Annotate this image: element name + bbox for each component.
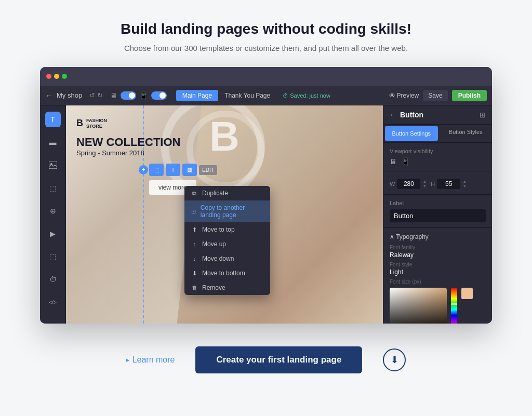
sidebar-image-tool[interactable]: [45, 157, 61, 173]
context-move-top[interactable]: ⬆ Move to top: [184, 222, 270, 237]
sidebar-section-tool[interactable]: ▬: [45, 135, 61, 150]
width-value[interactable]: 280: [397, 179, 420, 189]
canvas-big-letter: B: [209, 116, 240, 157]
save-button[interactable]: Save: [423, 90, 447, 101]
tab-button-styles[interactable]: Button Styles: [440, 125, 493, 142]
width-arrows[interactable]: ▲ ▼: [422, 180, 427, 189]
width-down-arrow[interactable]: ▼: [422, 184, 427, 189]
viewport-label: Viewport visibility: [390, 148, 486, 154]
height-up-arrow[interactable]: ▲: [462, 180, 467, 184]
height-group: H 55 ▲ ▼: [431, 179, 467, 189]
label-section-title: Label: [390, 200, 486, 206]
context-duplicate[interactable]: ⧉ Duplicate: [184, 186, 270, 200]
dimensions-section: W 280 ▲ ▼ H 55 ▲ ▼: [383, 171, 492, 195]
subline: Spring - Summer 2018: [76, 149, 180, 157]
right-panel: ← Button ⊞ Button Settings Button Styles…: [383, 105, 492, 324]
sidebar-media-tool[interactable]: ▶: [45, 226, 61, 241]
shop-name: My shop: [57, 91, 82, 99]
sidebar-text-tool[interactable]: T: [45, 112, 61, 127]
brand-line1: FASHION: [86, 118, 107, 124]
copy-label: Copy to another landing page: [201, 204, 264, 219]
desktop-toggle[interactable]: [121, 91, 136, 100]
height-value[interactable]: 55: [437, 179, 460, 189]
font-style-value[interactable]: Light: [390, 269, 486, 276]
download-button[interactable]: ⬇: [383, 348, 406, 371]
move-bottom-icon: ⬇: [191, 270, 198, 277]
panel-grid-button[interactable]: ⊞: [480, 111, 486, 119]
move-bottom-label: Move to bottom: [202, 270, 245, 277]
undo-redo[interactable]: ↺ ↻: [89, 91, 103, 99]
move-down-icon: ↓: [191, 256, 198, 262]
height-label: H: [431, 181, 435, 187]
panel-back-button[interactable]: ←: [390, 111, 396, 118]
device-toggles: 🖥 📱: [110, 91, 167, 100]
preview-button[interactable]: 👁 Preview: [389, 92, 419, 99]
desktop-icon[interactable]: 🖥: [110, 91, 117, 100]
canvas-background: B + B FASHION STORE NEW COLLECTION Sprin: [66, 105, 383, 324]
canvas-edit-bar: ⬚ T 🖼 EDIT: [149, 164, 217, 176]
publish-button[interactable]: Publish: [452, 90, 487, 101]
edit-tool-1[interactable]: ⬚: [149, 164, 164, 176]
canvas-add-indicator[interactable]: +: [139, 165, 148, 175]
context-move-bottom[interactable]: ⬇ Move to bottom: [184, 266, 270, 280]
context-copy-landing[interactable]: ⊡ Copy to another landing page: [184, 200, 270, 222]
remove-icon: 🗑: [191, 285, 198, 291]
height-arrows[interactable]: ▲ ▼: [462, 180, 467, 189]
sidebar-widget-tool[interactable]: ⊕: [45, 203, 61, 219]
sidebar-layout-tool[interactable]: ⬚: [45, 180, 61, 196]
typography-title: ∧ Typography: [390, 233, 429, 240]
mobile-toggle[interactable]: [151, 91, 167, 100]
download-icon: ⬇: [391, 354, 398, 366]
tab-thank-you-page[interactable]: Thank You Page: [218, 90, 276, 101]
learn-more-link[interactable]: ▸ Learn more: [126, 355, 175, 365]
brand-line2: STORE: [86, 124, 107, 129]
font-size-row: Font size (px): [390, 279, 486, 285]
back-button[interactable]: ←: [45, 91, 52, 100]
dot-red[interactable]: [46, 74, 51, 79]
left-sidebar: T ▬ ⬚ ⊕ ▶ ⬚ ⏱ </>: [40, 105, 66, 324]
font-style-row: Font style Light: [390, 262, 486, 276]
edit-tool-2[interactable]: T: [166, 164, 180, 176]
typography-toggle-arrow[interactable]: ∧: [390, 233, 394, 240]
viewport-icons: 🖥 📱: [390, 157, 486, 166]
edit-tool-3[interactable]: 🖼: [182, 164, 197, 176]
color-spectrum[interactable]: [390, 288, 447, 324]
dimension-row: W 280 ▲ ▼ H 55 ▲ ▼: [390, 179, 486, 189]
move-up-label: Move up: [202, 240, 226, 248]
edit-label[interactable]: EDIT: [199, 165, 217, 175]
page-tabs: Main Page Thank You Page: [176, 90, 276, 101]
font-family-value[interactable]: Raleway: [390, 251, 486, 259]
color-preview: [461, 288, 473, 299]
canvas-area[interactable]: B + B FASHION STORE NEW COLLECTION Sprin: [66, 105, 383, 324]
copy-icon: ⊡: [191, 208, 196, 215]
move-down-label: Move down: [202, 255, 234, 262]
context-move-down[interactable]: ↓ Move down: [184, 251, 270, 266]
create-landing-page-button[interactable]: Create your first landing page: [195, 346, 362, 373]
width-up-arrow[interactable]: ▲: [422, 180, 427, 184]
dot-yellow[interactable]: [54, 74, 59, 79]
color-hue-bar[interactable]: [451, 288, 457, 324]
mobile-viewport-icon[interactable]: 📱: [401, 157, 410, 166]
sidebar-timer-tool[interactable]: ⏱: [45, 272, 61, 287]
tab-main-page[interactable]: Main Page: [176, 90, 218, 101]
sidebar-code-tool[interactable]: </>: [45, 294, 61, 310]
hero-title: Build landing pages without coding skill…: [121, 21, 411, 37]
context-move-up[interactable]: ↑ Move up: [184, 237, 270, 251]
height-down-arrow[interactable]: ▼: [462, 184, 467, 189]
editor-layout: T ▬ ⬚ ⊕ ▶ ⬚ ⏱ </> B: [40, 105, 492, 324]
brand-letter: B: [76, 118, 83, 129]
panel-tabs: Button Settings Button Styles: [383, 125, 492, 143]
move-top-icon: ⬆: [191, 226, 198, 233]
color-picker-right: [461, 288, 473, 324]
context-menu: ⧉ Duplicate ⊡ Copy to another landing pa…: [184, 186, 270, 295]
context-remove[interactable]: 🗑 Remove: [184, 280, 270, 295]
tab-button-settings[interactable]: Button Settings: [385, 126, 438, 141]
dot-green[interactable]: [62, 74, 67, 79]
move-top-label: Move to top: [202, 226, 235, 233]
mobile-icon[interactable]: 📱: [139, 91, 148, 100]
sidebar-form-tool[interactable]: ⬚: [45, 249, 61, 264]
font-family-label: Font family: [390, 245, 486, 250]
desktop-viewport-icon[interactable]: 🖥: [390, 157, 397, 166]
label-input[interactable]: Button: [390, 209, 486, 222]
font-size-label: Font size (px): [390, 279, 486, 285]
